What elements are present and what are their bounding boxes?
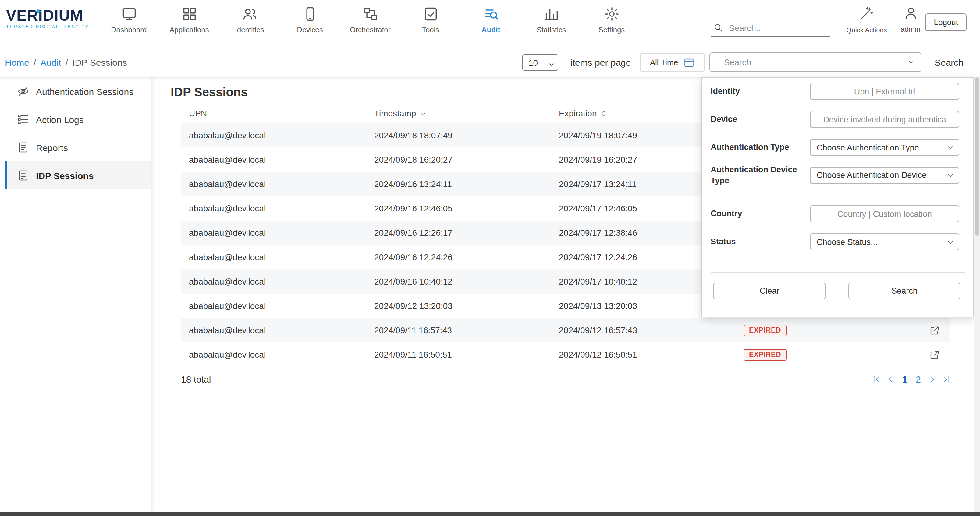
column-label: Timestamp: [374, 108, 416, 118]
nav-label: Statistics: [521, 25, 581, 34]
nav-item-identities[interactable]: Identities: [220, 5, 280, 34]
cell-timestamp: 2024/09/16 10:40:12: [366, 276, 551, 286]
first-page-icon[interactable]: [873, 375, 881, 383]
filter-field-authentication-device-type: Authentication Device Type Choose Authen…: [711, 165, 959, 186]
open-session-icon[interactable]: [929, 325, 939, 335]
page-title: IDP Sessions: [171, 85, 248, 99]
column-header-upn[interactable]: UPN: [181, 108, 366, 118]
nav-item-audit[interactable]: Audit: [461, 5, 521, 34]
user-icon: [903, 5, 918, 21]
vertical-scrollbar: [974, 77, 980, 512]
select-value: Choose Authentication Type...: [817, 143, 926, 152]
filter-field-device: Device: [711, 111, 959, 128]
cell-upn: ababalau@dev.local: [181, 130, 366, 140]
page-number-2[interactable]: 2: [915, 374, 922, 384]
quick-actions-button[interactable]: Quick Actions: [843, 6, 890, 33]
page-number-1[interactable]: 1: [901, 374, 909, 384]
next-page-icon[interactable]: [928, 375, 936, 383]
time-filter-label: All Time: [650, 58, 678, 67]
cell-upn: ababalau@dev.local: [181, 252, 366, 262]
nav-label: Tools: [401, 25, 461, 34]
settings-icon: [581, 5, 642, 23]
cell-upn: ababalau@dev.local: [181, 203, 366, 213]
table-footer: 18 total 1 2: [181, 374, 950, 384]
breadcrumb-home[interactable]: Home: [5, 57, 29, 68]
sidebar-item-label: Action Logs: [36, 114, 84, 125]
breadcrumb-audit[interactable]: Audit: [40, 57, 61, 68]
authentication-type-select[interactable]: Choose Authentication Type...: [810, 139, 959, 156]
calendar-icon: [683, 57, 694, 68]
authentication-device-type-select[interactable]: Choose Authentication Device: [810, 167, 959, 184]
brand-name: VERIDIUM: [6, 8, 103, 23]
cell-timestamp: 2024/09/16 12:26:17: [366, 228, 551, 238]
table-row[interactable]: ababalau@dev.local 2024/09/11 16:57:43 2…: [181, 318, 950, 342]
chevron-down-icon: [947, 143, 955, 151]
breadcrumb-separator: /: [33, 57, 36, 68]
sidebar-item-idp-sessions[interactable]: IDP Sessions: [5, 162, 151, 189]
nav-item-statistics[interactable]: Statistics: [521, 5, 581, 34]
nav-label: Devices: [280, 25, 340, 34]
filter-label: Country: [711, 208, 810, 219]
sidebar-item-authentication-sessions[interactable]: Authentication Sessions: [5, 77, 151, 105]
open-session-icon[interactable]: [929, 349, 939, 360]
cell-status: EXPIRED: [736, 324, 918, 336]
user-label: admin: [894, 25, 928, 33]
logout-button[interactable]: Logout: [925, 13, 967, 31]
cell-upn: ababalau@dev.local: [181, 350, 366, 359]
status-select[interactable]: Choose Status...: [810, 233, 959, 250]
toolbar-search-input[interactable]: [710, 57, 907, 67]
panel-divider: [711, 272, 965, 273]
nav-item-settings[interactable]: Settings: [581, 5, 642, 34]
device-input[interactable]: [810, 111, 959, 128]
eye-off-icon: [17, 85, 29, 97]
filter-label: Authentication Type: [711, 142, 810, 152]
prev-page-icon[interactable]: [887, 375, 895, 383]
toolbar-search-button[interactable]: Search: [931, 53, 967, 72]
sidebar-item-label: Reports: [36, 142, 68, 152]
brand-logo[interactable]: VERIDIUM TRUSTED DIGITAL IDENTITY: [6, 8, 103, 29]
wand-icon: [859, 6, 874, 21]
last-page-icon[interactable]: [942, 375, 950, 383]
app-root: VERIDIUM TRUSTED DIGITAL IDENTITY Dashbo…: [0, 0, 980, 516]
statistics-icon: [521, 5, 581, 23]
items-per-page-label: items per page: [570, 48, 631, 77]
items-per-page-select[interactable]: 10: [522, 54, 558, 71]
country-input[interactable]: [810, 205, 959, 222]
breadcrumb-current: IDP Sessions: [72, 57, 127, 68]
cell-upn: ababalau@dev.local: [181, 301, 366, 311]
cell-upn: ababalau@dev.local: [181, 276, 366, 286]
sidebar-item-action-logs[interactable]: Action Logs: [5, 105, 151, 133]
sort-desc-icon: [420, 110, 426, 117]
nav-label: Dashboard: [99, 25, 159, 34]
star-icon: [34, 2, 42, 17]
nav-item-devices[interactable]: Devices: [280, 5, 340, 34]
time-filter-button[interactable]: All Time: [640, 53, 705, 72]
nav-label: Orchestrator: [340, 25, 401, 34]
nav-item-tools[interactable]: Tools: [401, 5, 461, 34]
column-header-timestamp[interactable]: Timestamp: [366, 108, 551, 118]
cell-upn: ababalau@dev.local: [181, 325, 366, 335]
quick-actions-label: Quick Actions: [843, 26, 890, 33]
filter-label: Device: [711, 114, 810, 125]
per-page-value: 10: [528, 57, 538, 67]
clear-button[interactable]: Clear: [713, 283, 826, 299]
breadcrumb: Home / Audit / IDP Sessions: [5, 48, 127, 77]
brand-text: VERIDIUM: [6, 7, 83, 24]
user-menu[interactable]: admin: [894, 5, 928, 33]
nav-label: Audit: [461, 25, 521, 34]
sort-icon: [601, 110, 608, 117]
filter-label: Identity: [711, 86, 810, 97]
global-search-input[interactable]: [729, 23, 830, 33]
nav-item-dashboard[interactable]: Dashboard: [99, 5, 159, 34]
sidebar-item-reports[interactable]: Reports: [5, 133, 151, 162]
global-search: [711, 19, 830, 37]
cell-upn: ababalau@dev.local: [181, 228, 366, 238]
cell-expiration: 2024/09/12 16:50:51: [551, 350, 736, 359]
filter-search-button[interactable]: Search: [848, 283, 961, 299]
scrollbar-thumb[interactable]: [975, 77, 979, 236]
identity-input[interactable]: [810, 83, 959, 100]
nav-item-orchestrator[interactable]: Orchestrator: [340, 5, 401, 34]
nav-item-applications[interactable]: Applications: [159, 5, 220, 34]
chevron-down-icon[interactable]: [907, 59, 915, 66]
table-row[interactable]: ababalau@dev.local 2024/09/11 16:50:51 2…: [181, 342, 950, 367]
